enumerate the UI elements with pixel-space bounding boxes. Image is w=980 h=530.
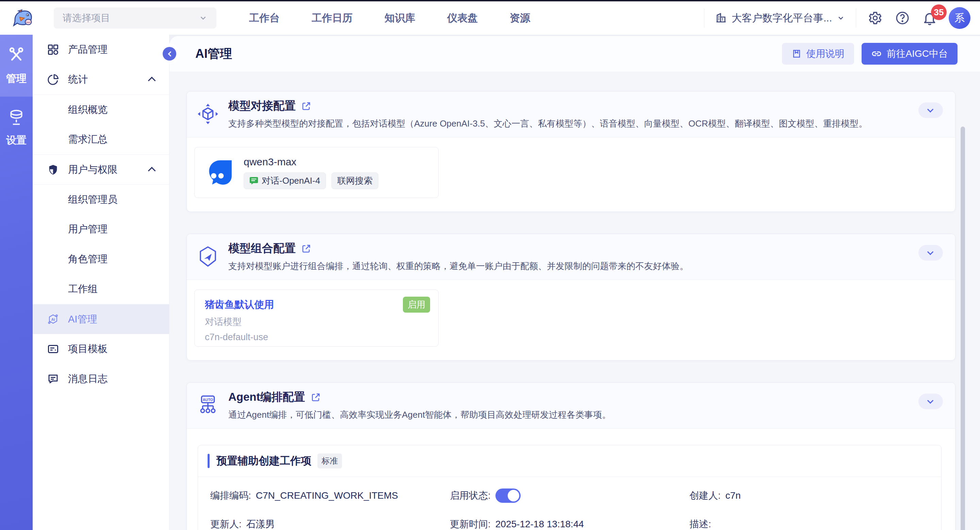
- sidebar-collapse-wrap: [159, 44, 180, 64]
- combo-name-link[interactable]: 猪齿鱼默认使用: [205, 298, 428, 312]
- field-value: c7n: [725, 490, 741, 501]
- sidebar-item-workgroup[interactable]: 工作组: [33, 274, 169, 304]
- chevron-down-icon: [199, 14, 208, 22]
- nav-item-dashboard[interactable]: 仪表盘: [447, 11, 478, 25]
- hexagon-plane-icon: [196, 245, 220, 268]
- page-header: AI管理 使用说明 前往AIGC中台: [169, 36, 980, 71]
- main-area: AI管理 使用说明 前往AIGC中台: [169, 35, 980, 530]
- sidebar-item-label: 消息日志: [68, 372, 108, 386]
- nav-item-work-calendar[interactable]: 工作日历: [312, 11, 353, 25]
- auto-flow-icon: AUTO: [196, 394, 220, 417]
- chevron-down-icon: [927, 249, 933, 255]
- sidebar-item-users-permissions[interactable]: 用户与权限: [33, 154, 169, 184]
- card-model-combo-header: 模型组合配置 支持对模型账户进行组合编排，通过轮询、权重的策略，避免单一账户由于…: [187, 234, 955, 280]
- agent-item-header: 预置辅助创建工作项 标准: [198, 445, 941, 477]
- cube-3d-icon: [196, 102, 220, 125]
- help-icon[interactable]: [894, 10, 911, 26]
- sidebar-item-message-log[interactable]: 消息日志: [33, 364, 169, 394]
- nav-item-workbench[interactable]: 工作台: [249, 11, 280, 25]
- sidebar-item-demand-summary[interactable]: 需求汇总: [33, 124, 169, 154]
- sidebar-item-role-management[interactable]: 角色管理: [33, 244, 169, 274]
- card-title: 模型对接配置: [228, 98, 296, 114]
- card-description: 支持对模型账户进行组合编排，通过轮询、权重的策略，避免单一账户由于配额、并发限制…: [228, 260, 688, 272]
- top-navigation-bar: 请选择项目 工作台 工作日历 知识库 仪表盘 资源 大客户数字化平台事... 3…: [0, 2, 980, 35]
- primary-nav: 工作台 工作日历 知识库 仪表盘 资源: [249, 11, 530, 25]
- card-title: Agent编排配置: [228, 389, 305, 405]
- notification-badge: 35: [931, 5, 947, 20]
- card-agent-text: Agent编排配置 通过Agent编排，可低门槛、高效率实现业务Agent智能体…: [228, 389, 611, 421]
- card-collapse-button[interactable]: [918, 394, 943, 409]
- enabled-toggle[interactable]: [495, 489, 520, 503]
- card-collapse-button[interactable]: [918, 102, 943, 118]
- sidebar-item-label: 项目模板: [68, 342, 108, 356]
- sidebar-collapse-button[interactable]: [163, 47, 176, 60]
- nav-item-resources[interactable]: 资源: [510, 11, 530, 25]
- divider: [704, 8, 705, 27]
- field-update-time: 更新时间: 2025-12-18 13:18:44: [450, 518, 689, 530]
- tag-label: 联网搜索: [337, 175, 372, 187]
- project-selector[interactable]: 请选择项目: [54, 8, 216, 29]
- field-value: C7N_CREATING_WORK_ITEMS: [256, 490, 398, 501]
- settings-gear-icon[interactable]: [867, 10, 883, 26]
- usage-guide-button[interactable]: 使用说明: [782, 43, 854, 65]
- tag-chat-model: 对话-OpenAI-4: [243, 173, 326, 189]
- field-label: 更新时间:: [450, 518, 491, 530]
- product-grid-icon: [47, 44, 59, 56]
- database-icon: [7, 108, 25, 127]
- model-name: qwen3-max: [243, 156, 379, 168]
- agent-fields: 编排编码: C7N_CREATING_WORK_ITEMS 启用状态: 创建人:…: [198, 477, 941, 530]
- sidebar-item-user-management[interactable]: 用户管理: [33, 214, 169, 244]
- org-switcher[interactable]: 大客户数字化平台事...: [715, 11, 845, 25]
- sidebar-item-ai-management[interactable]: Ai AI管理: [33, 304, 169, 334]
- card-title: 模型组合配置: [228, 241, 296, 256]
- vertical-scrollbar[interactable]: [961, 127, 965, 530]
- rail-section-settings[interactable]: 设置: [0, 97, 33, 159]
- accent-bar: [208, 454, 210, 468]
- field-label: 描述:: [689, 518, 711, 530]
- toggle-knob: [508, 490, 519, 501]
- link-icon: [871, 48, 882, 59]
- field-label: 启用状态:: [450, 489, 491, 502]
- chevron-down-icon: [927, 397, 933, 403]
- field-updater: 更新人: 石漾男: [210, 518, 450, 530]
- card-agent-body: 预置辅助创建工作项 标准 编排编码: C7N_CREATING_WORK_ITE…: [187, 428, 955, 530]
- model-card-info: qwen3-max 对话-OpenAI-4 联网搜索: [243, 156, 379, 189]
- choerodon-fish-logo[interactable]: [10, 5, 36, 31]
- user-avatar[interactable]: 系: [949, 7, 970, 29]
- external-link-icon[interactable]: [311, 392, 321, 402]
- usage-guide-label: 使用说明: [807, 47, 845, 60]
- nav-item-knowledge-base[interactable]: 知识库: [385, 11, 415, 25]
- card-model-connect-text: 模型对接配置 支持多种类型模型的对接配置，包括对话模型（Azure OpenAI…: [228, 98, 867, 130]
- sidebar-item-label: 产品管理: [68, 43, 108, 57]
- card-model-connect-header: 模型对接配置 支持多种类型模型的对接配置，包括对话模型（Azure OpenAI…: [187, 92, 955, 137]
- ai-hexagon-icon: Ai: [47, 313, 59, 325]
- notifications-bell-icon[interactable]: 35: [921, 10, 938, 26]
- sidebar-item-statistics[interactable]: 统计: [33, 65, 169, 95]
- left-rail: 管理 设置: [0, 35, 33, 530]
- field-value: 2025-12-18 13:18:44: [495, 519, 584, 530]
- sidebar-item-product-management[interactable]: 产品管理: [33, 35, 169, 65]
- model-card-qwen3-max[interactable]: qwen3-max 对话-OpenAI-4 联网搜索: [194, 147, 439, 198]
- sidebar-item-org-admins[interactable]: 组织管理员: [33, 184, 169, 214]
- combo-card-default[interactable]: 猪齿鱼默认使用 对话模型 c7n-default-use 启用: [194, 289, 439, 347]
- model-tags: 对话-OpenAI-4 联网搜索: [243, 173, 379, 189]
- field-label: 创建人:: [689, 489, 721, 502]
- shield-icon: [47, 163, 59, 176]
- external-link-icon[interactable]: [301, 101, 311, 111]
- chevron-up-icon: [148, 167, 156, 175]
- sidebar-item-org-overview[interactable]: 组织概览: [33, 95, 169, 124]
- sidebar-item-label: 需求汇总: [68, 133, 108, 146]
- external-link-icon[interactable]: [301, 244, 311, 254]
- top-nav-right: 大客户数字化平台事... 35 系: [704, 7, 970, 29]
- rail-section-manage[interactable]: 管理: [0, 35, 33, 97]
- card-collapse-button[interactable]: [918, 245, 943, 260]
- card-description: 支持多种类型模型的对接配置，包括对话模型（Azure OpenAI-3.5、文心…: [228, 118, 867, 130]
- chevron-down-icon: [927, 106, 933, 112]
- sidebar-item-label: 工作组: [68, 282, 98, 296]
- sidebar-item-project-template[interactable]: 项目模板: [33, 334, 169, 364]
- field-enabled-status: 启用状态:: [450, 489, 689, 503]
- card-model-combo-text: 模型组合配置 支持对模型账户进行组合编排，通过轮询、权重的策略，避免单一账户由于…: [228, 241, 688, 272]
- goto-aigc-button[interactable]: 前往AIGC中台: [862, 43, 958, 65]
- field-orchestration-code: 编排编码: C7N_CREATING_WORK_ITEMS: [210, 489, 450, 503]
- content-scroll-area: 模型对接配置 支持多种类型模型的对接配置，包括对话模型（Azure OpenAI…: [169, 71, 980, 530]
